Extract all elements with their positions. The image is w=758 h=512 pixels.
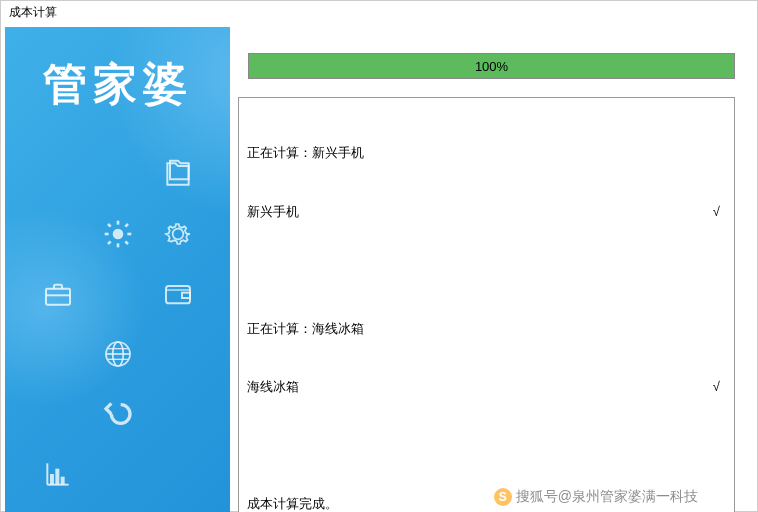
sidebar-banner: 管家婆 (5, 27, 230, 512)
svg-rect-12 (182, 293, 190, 298)
wallet-icon (148, 264, 208, 324)
cost-calc-window: 成本计算 管家婆 (0, 0, 758, 512)
main-panel: 100% 正在计算：新兴手机 新兴手机√ 正在计算：海线冰箱 海线冰箱√ 成本计… (238, 27, 753, 512)
svg-line-7 (108, 241, 111, 244)
svg-line-8 (125, 224, 128, 227)
svg-point-0 (112, 229, 123, 240)
window-title: 成本计算 (1, 1, 757, 23)
svg-rect-22 (55, 469, 59, 485)
check-icon: √ (713, 377, 726, 397)
check-icon: √ (713, 202, 726, 222)
log-line: 新兴手机√ (247, 202, 726, 222)
log-line: 海线冰箱√ (247, 377, 726, 397)
progress-bar: 100% (248, 53, 735, 79)
chart-icon (28, 444, 88, 504)
pie-icon (148, 504, 208, 512)
svg-rect-11 (166, 286, 190, 303)
folder-icon (148, 144, 208, 204)
log-line (247, 436, 726, 456)
log-textarea[interactable]: 正在计算：新兴手机 新兴手机√ 正在计算：海线冰箱 海线冰箱√ 成本计算完成。 … (238, 97, 735, 512)
log-line: 正在计算：海线冰箱 (247, 319, 726, 339)
svg-rect-21 (50, 474, 54, 485)
globe-icon (88, 324, 148, 384)
brand-logo-text: 管家婆 (5, 27, 230, 114)
progress-label: 100% (475, 59, 508, 74)
log-line (247, 260, 726, 280)
gear-icon (148, 204, 208, 264)
log-line: 成本计算完成。 (247, 494, 726, 512)
sidebar-icon-grid (5, 144, 230, 512)
undo-icon (88, 384, 148, 444)
svg-line-6 (125, 241, 128, 244)
progress-container: 100% (238, 35, 745, 79)
briefcase-icon (28, 264, 88, 324)
sun-icon (88, 204, 148, 264)
star-icon (88, 504, 148, 512)
svg-line-5 (108, 224, 111, 227)
svg-rect-23 (60, 477, 64, 485)
svg-rect-9 (46, 289, 70, 305)
log-line: 正在计算：新兴手机 (247, 143, 726, 163)
content-area: 管家婆 (1, 23, 757, 512)
